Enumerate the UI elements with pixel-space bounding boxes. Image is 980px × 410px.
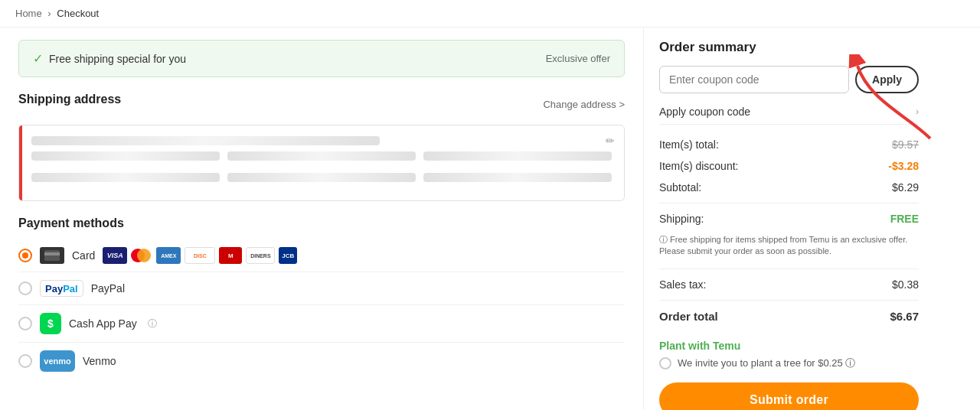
banner-left: ✓ Free shipping special for you (33, 51, 186, 66)
address-line-2-row (31, 151, 612, 167)
order-total-label: Order total (659, 310, 718, 323)
paypal-logo: PayPal (45, 283, 78, 294)
subtotal-label: Subtotal: (659, 181, 701, 194)
payment-label-cashapp: Cash App Pay (69, 317, 137, 330)
change-address-link[interactable]: Change address > (543, 99, 625, 110)
shipping-address-title: Shipping address (18, 93, 121, 106)
divider-3 (659, 300, 919, 301)
coupon-row: Apply (659, 66, 919, 93)
main-content: ✓ Free shipping special for you Exclusiv… (0, 28, 980, 410)
order-summary-title: Order summary (659, 40, 919, 55)
plant-radio[interactable] (659, 357, 671, 369)
apply-coupon-row[interactable]: Apply coupon code › (659, 99, 919, 125)
diners-icon: DINERS (246, 247, 275, 264)
address-sub-4 (31, 173, 220, 182)
tax-label: Sales tax: (659, 278, 706, 291)
address-line-1 (31, 136, 380, 145)
subtotal-value: $6.29 (892, 181, 919, 194)
address-border-accent (19, 125, 22, 200)
shipping-banner: ✓ Free shipping special for you Exclusiv… (18, 40, 625, 77)
shipping-label: Shipping: (659, 213, 704, 225)
banner-text: Free shipping special for you (49, 53, 186, 65)
order-total-value: $6.67 (890, 310, 919, 323)
order-line-tax: Sales tax: $0.38 (659, 274, 919, 295)
address-edit-icon[interactable]: ✏ (606, 135, 615, 147)
radio-card[interactable] (18, 249, 32, 262)
plant-title: Plant with Temu (659, 340, 919, 352)
plant-option[interactable]: We invite you to plant a tree for $0.25 … (659, 356, 919, 370)
breadcrumb-home[interactable]: Home (15, 8, 42, 19)
amex-icon: AMEX (156, 247, 181, 264)
payment-option-cashapp[interactable]: $ Cash App Pay ⓘ (18, 305, 625, 343)
address-card: ✏ (18, 125, 625, 201)
payment-methods-title: Payment methods (18, 216, 625, 230)
breadcrumb-separator: › (47, 8, 51, 19)
maestro-icon: M (219, 247, 242, 264)
cashapp-info-icon[interactable]: ⓘ (148, 317, 157, 330)
paypal-logo-wrapper: PayPal (40, 280, 83, 297)
venmo-icon: venmo (40, 350, 75, 372)
shipping-note: ⓘ Free shipping for items shipped from T… (659, 231, 919, 264)
order-line-shipping: Shipping: FREE (659, 208, 919, 229)
apply-coupon-text: Apply coupon code (659, 106, 750, 118)
payment-label-paypal: PayPal (91, 282, 125, 294)
right-panel: Order summary Apply Apply coupon code › … (643, 28, 934, 410)
coupon-input[interactable] (659, 66, 849, 93)
radio-cashapp[interactable] (18, 317, 32, 330)
card-icons-row: VISA AMEX DISC M DINERS JCB (103, 247, 297, 264)
chevron-right-icon: › (916, 106, 919, 117)
apply-button[interactable]: Apply (855, 66, 919, 93)
payment-option-card[interactable]: Card VISA AMEX DISC M DINERS JCB (18, 239, 625, 272)
tax-value: $0.38 (892, 278, 919, 291)
address-line-3-row (31, 173, 612, 188)
payment-label-card: Card (72, 249, 95, 262)
plant-text: We invite you to plant a tree for $0.25 … (678, 356, 855, 370)
divider-2 (659, 268, 919, 269)
discount-value: -$3.28 (888, 160, 919, 172)
shipping-value: FREE (890, 213, 919, 225)
shipping-address-header: Shipping address Change address > (18, 93, 625, 116)
exclusive-offer-label: Exclusive offer (546, 53, 610, 64)
payment-label-venmo: Venmo (83, 355, 116, 367)
breadcrumb-current: Checkout (57, 8, 99, 19)
discover-icon: DISC (185, 247, 215, 264)
order-line-total: Order total $6.67 (659, 305, 919, 327)
discount-label: Item(s) discount: (659, 160, 738, 172)
order-lines: Item(s) total: $9.57 Item(s) discount: -… (659, 134, 919, 327)
jcb-icon: JCB (279, 247, 297, 264)
order-line-subtotal: Subtotal: $6.29 (659, 177, 919, 198)
checkmark-icon: ✓ (33, 51, 43, 66)
plant-section: Plant with Temu We invite you to plant a… (659, 340, 919, 370)
address-sub-2 (227, 151, 416, 161)
card-icon-generic (40, 247, 64, 264)
radio-venmo[interactable] (18, 354, 32, 368)
address-sub-1 (31, 151, 220, 161)
radio-paypal[interactable] (18, 281, 32, 295)
order-line-items-total: Item(s) total: $9.57 (659, 134, 919, 155)
address-sub-3 (423, 151, 612, 161)
address-sub-5 (227, 173, 416, 182)
divider-1 (659, 203, 919, 203)
visa-icon: VISA (103, 247, 127, 264)
left-panel: ✓ Free shipping special for you Exclusiv… (0, 28, 643, 410)
items-total-value: $9.57 (892, 138, 919, 151)
mastercard-icon (131, 247, 152, 264)
submit-order-button[interactable]: Submit order (659, 382, 919, 410)
cashapp-icon: $ (40, 313, 61, 334)
address-sub-6 (423, 173, 612, 182)
svg-rect-1 (44, 252, 60, 255)
payment-option-paypal[interactable]: PayPal PayPal (18, 272, 625, 305)
payment-option-venmo[interactable]: venmo Venmo (18, 343, 625, 379)
page-wrapper: Home › Checkout ✓ Free shipping special … (0, 0, 980, 410)
breadcrumb: Home › Checkout (0, 0, 980, 28)
payment-methods-section: Payment methods Card VISA AMEX (18, 216, 625, 379)
order-line-discount: Item(s) discount: -$3.28 (659, 155, 919, 177)
shipping-address-section: Shipping address Change address > ✏ (18, 93, 625, 201)
items-total-label: Item(s) total: (659, 138, 719, 151)
